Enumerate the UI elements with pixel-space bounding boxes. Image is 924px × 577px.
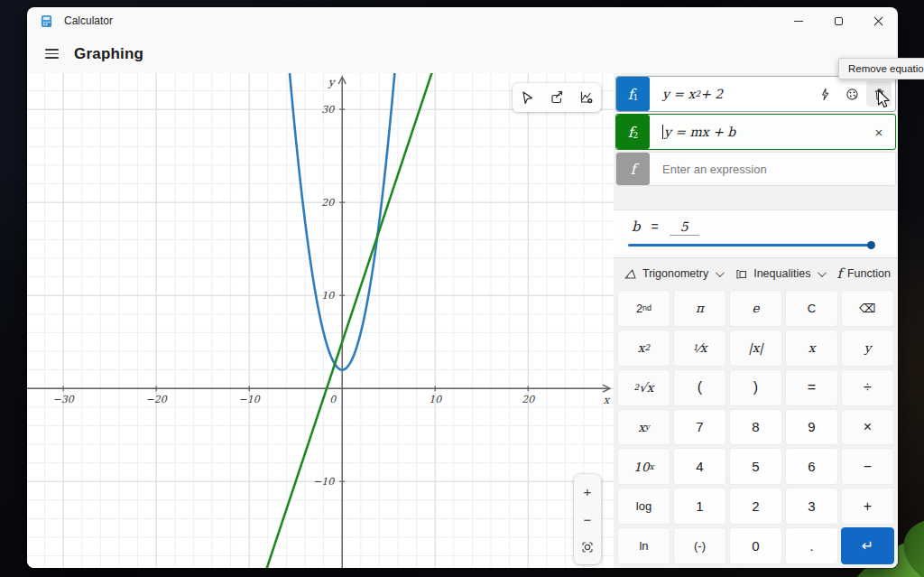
key-4[interactable]: 4	[673, 448, 726, 485]
graph-options-button[interactable]	[574, 85, 599, 110]
svg-text:−10: −10	[313, 476, 335, 488]
zoom-out-button[interactable]: −	[576, 507, 599, 531]
equation-row-f1[interactable]: f1 y = x2 + 2	[615, 76, 896, 112]
key-6[interactable]: 6	[785, 448, 838, 485]
maximize-button[interactable]	[818, 7, 858, 34]
key-8[interactable]: 8	[729, 409, 782, 446]
inequality-icon	[735, 267, 748, 281]
key-var-y[interactable]: y	[841, 330, 894, 367]
svg-text:20: 20	[321, 197, 335, 209]
equation-row-f2[interactable]: f2 y = mx + b ×	[615, 114, 896, 150]
key-minus[interactable]: −	[841, 448, 894, 485]
key-7[interactable]: 7	[673, 409, 726, 446]
key-open-paren[interactable]: (	[673, 369, 726, 406]
chevron-down-icon	[716, 268, 725, 277]
graph-area[interactable]: −30−20−1001020−10102030xy	[27, 73, 614, 568]
key-enter[interactable]: ↵	[841, 527, 894, 564]
reset-view-button[interactable]	[576, 535, 599, 559]
function-menu[interactable]: f Function	[830, 262, 898, 285]
key-reciprocal[interactable]: 1⁄x	[673, 330, 726, 367]
trigonometry-menu[interactable]: Trigonometry	[617, 264, 728, 284]
calculator-window: Calculator Graphing −30−20−1001020−10102…	[27, 7, 898, 568]
equation-row-new[interactable]: f Enter an expression	[615, 152, 896, 186]
svg-text:−20: −20	[146, 394, 168, 405]
inequalities-menu[interactable]: Inequalities	[728, 264, 830, 284]
function-menus: Trigonometry Inequalities f Function	[617, 261, 896, 286]
text-caret	[662, 125, 663, 139]
share-button[interactable]	[544, 85, 569, 110]
key-ten-power-x[interactable]: 10x	[617, 448, 670, 485]
analyze-equation-icon	[818, 87, 833, 102]
key-log[interactable]: log	[617, 488, 670, 525]
hamburger-icon	[45, 49, 59, 51]
menu-button[interactable]	[36, 40, 67, 69]
svg-text:−10: −10	[239, 394, 261, 405]
key-5[interactable]: 5	[729, 448, 782, 485]
variable-card: b = 5	[614, 209, 898, 258]
titlebar: Calculator	[27, 7, 898, 34]
tooltip: Remove equation	[838, 58, 924, 79]
variable-slider[interactable]	[628, 240, 874, 249]
key-ln[interactable]: ln	[617, 527, 670, 564]
key-backspace[interactable]: ⌫	[841, 290, 894, 327]
clear-equation-button[interactable]: ×	[866, 119, 892, 144]
key-close-paren[interactable]: )	[729, 369, 782, 406]
f1-expression[interactable]: y = x2 + 2	[662, 77, 723, 111]
mouse-cursor	[877, 89, 892, 109]
svg-text:0: 0	[329, 394, 337, 405]
key-plus[interactable]: +	[841, 488, 894, 525]
key-clear[interactable]: C	[785, 290, 838, 327]
minimize-icon	[794, 21, 803, 22]
key-pi[interactable]: π	[673, 290, 726, 327]
svg-text:10: 10	[429, 394, 442, 405]
page-title: Graphing	[74, 45, 143, 63]
key-euler[interactable]: e	[729, 290, 782, 327]
svg-text:−30: −30	[53, 394, 75, 405]
key-var-x[interactable]: x	[785, 330, 838, 367]
graph-toolbar	[513, 83, 601, 112]
key-0[interactable]: 0	[729, 527, 782, 564]
key-sqrt[interactable]: 2√x	[617, 369, 670, 406]
calculator-app-icon	[40, 14, 53, 28]
key-1[interactable]: 1	[673, 488, 726, 525]
function-icon: f	[836, 265, 842, 282]
equation-style-button[interactable]	[839, 81, 864, 107]
equals-sign: =	[651, 219, 659, 234]
equation-panel: f1 y = x2 + 2	[614, 73, 898, 568]
header: Graphing	[27, 34, 898, 73]
key-x-squared[interactable]: x2	[617, 330, 670, 367]
key-3[interactable]: 3	[785, 488, 838, 525]
graph-canvas[interactable]: −30−20−1001020−10102030xy	[27, 73, 614, 568]
key-equals[interactable]: =	[785, 369, 838, 406]
key-2[interactable]: 2	[729, 488, 782, 525]
analyze-equation-button[interactable]	[812, 81, 837, 107]
triangle-icon	[624, 267, 637, 281]
trace-cursor-icon	[519, 89, 535, 106]
slider-thumb[interactable]	[867, 241, 875, 249]
minimize-button[interactable]	[779, 7, 818, 34]
f1-badge: f1	[616, 77, 650, 111]
app-title: Calculator	[64, 14, 113, 27]
svg-text:30: 30	[321, 104, 335, 116]
variable-value-field[interactable]: 5	[670, 219, 699, 236]
zoom-in-button[interactable]: +	[576, 479, 599, 503]
key-decimal[interactable]: .	[785, 527, 838, 564]
key-9[interactable]: 9	[785, 409, 838, 446]
svg-text:y: y	[328, 76, 337, 88]
menu-label: Function	[847, 267, 891, 280]
f2-expression-input[interactable]: y = mx + b	[662, 115, 735, 149]
key-multiply[interactable]: ×	[841, 409, 894, 446]
expression-placeholder[interactable]: Enter an expression	[662, 153, 767, 185]
key-2nd[interactable]: 2nd	[617, 290, 670, 327]
key-abs[interactable]: |x|	[729, 330, 782, 367]
key-x-power-y[interactable]: xy	[617, 409, 670, 446]
trace-button[interactable]	[514, 85, 540, 110]
keypad: 2ndπeC⌫x21⁄x|x|xy2√x()=÷xy789×10x456−log…	[617, 290, 894, 564]
close-button[interactable]	[858, 7, 898, 34]
svg-text:20: 20	[522, 394, 535, 405]
close-icon: ×	[875, 125, 883, 140]
key-divide[interactable]: ÷	[841, 369, 894, 406]
slider-track[interactable]	[628, 244, 874, 247]
key-negate[interactable]: (-)	[673, 527, 726, 564]
menu-label: Trigonometry	[642, 267, 708, 280]
